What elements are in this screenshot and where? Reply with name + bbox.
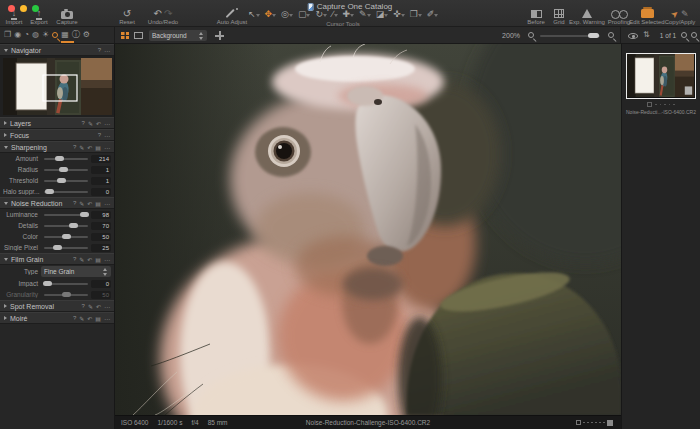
rotate-tool[interactable]: ↻ bbox=[315, 9, 327, 19]
focus-panel-header[interactable]: Focus ? ⋯ bbox=[0, 129, 114, 141]
advanced-search-icon[interactable] bbox=[691, 32, 697, 38]
copy-apply-button[interactable]: ➤ ✎ Copy/Apply bbox=[662, 8, 698, 25]
spot-removal-panel-header[interactable]: Spot Removal ? ✎ ↶ ⋯ bbox=[0, 300, 114, 312]
more-icon[interactable]: ⋯ bbox=[104, 120, 110, 127]
grid-button[interactable]: Grid bbox=[549, 8, 569, 25]
thumbnail-rating-row[interactable] bbox=[622, 102, 700, 107]
impact-slider-thumb[interactable] bbox=[43, 281, 52, 286]
details-slider-thumb[interactable] bbox=[69, 223, 78, 228]
help-icon[interactable]: ? bbox=[98, 132, 101, 138]
more-icon[interactable]: ⋯ bbox=[104, 47, 110, 54]
zoom-slider[interactable] bbox=[540, 35, 600, 37]
background-select[interactable]: Background bbox=[149, 30, 207, 41]
radius-slider-thumb[interactable] bbox=[59, 167, 68, 172]
color-slider[interactable] bbox=[44, 236, 88, 238]
disclosure-down-icon[interactable] bbox=[4, 49, 8, 52]
undo-icon[interactable]: ↶ bbox=[154, 9, 162, 19]
crop-tool[interactable]: ▢ bbox=[298, 9, 311, 19]
halo-suppression-slider[interactable] bbox=[44, 191, 88, 193]
single-pixel-slider[interactable] bbox=[44, 247, 88, 249]
more-icon[interactable]: ⋯ bbox=[104, 132, 110, 139]
more-icon[interactable]: ⋯ bbox=[104, 303, 110, 310]
reset-icon[interactable]: ↶ bbox=[87, 256, 92, 263]
halo-suppression-value[interactable]: 0 bbox=[91, 188, 111, 196]
threshold-value[interactable]: 1 bbox=[91, 177, 111, 185]
presets-icon[interactable]: ▤ bbox=[95, 315, 101, 322]
export-button[interactable]: ↑ Export bbox=[27, 8, 51, 25]
amount-slider-thumb[interactable] bbox=[55, 156, 64, 161]
before-button[interactable]: Before bbox=[523, 8, 549, 25]
capture-tab[interactable]: ◉ bbox=[14, 31, 21, 39]
edit-icon[interactable]: ✎ bbox=[79, 256, 84, 263]
color-tab[interactable]: ◍ bbox=[32, 31, 39, 39]
noise-reduction-panel-header[interactable]: Noise Reduction ? ✎ ↶ ▤ ⋯ bbox=[0, 197, 114, 209]
help-icon[interactable]: ? bbox=[73, 144, 76, 150]
single-view-icon[interactable] bbox=[134, 32, 143, 39]
margin-small-icon[interactable] bbox=[576, 420, 581, 425]
single-pixel-value[interactable]: 25 bbox=[91, 244, 111, 252]
impact-value[interactable]: 0 bbox=[91, 280, 111, 288]
layers-panel-header[interactable]: Layers ? ✎ ↶ ⋯ bbox=[0, 117, 114, 129]
exposure-tab[interactable]: ☀ bbox=[42, 31, 49, 39]
color-slider-thumb[interactable] bbox=[62, 234, 71, 239]
image-viewer[interactable] bbox=[115, 44, 621, 415]
edit-icon[interactable]: ✎ bbox=[79, 315, 84, 322]
redo-icon[interactable]: ↷ bbox=[164, 9, 172, 19]
more-icon[interactable]: ⋯ bbox=[104, 315, 110, 322]
clone-tool[interactable]: ❐ bbox=[410, 9, 422, 19]
metadata-tab[interactable]: ⓘ bbox=[72, 31, 80, 39]
halo-suppression-slider-thumb[interactable] bbox=[45, 189, 54, 194]
zoom-out-icon[interactable] bbox=[528, 32, 534, 38]
disclosure-right-icon[interactable] bbox=[4, 316, 7, 320]
reset-icon[interactable]: ↶ bbox=[96, 120, 101, 127]
sort-icon[interactable]: ⇅ bbox=[643, 30, 650, 39]
amount-slider[interactable] bbox=[44, 158, 88, 160]
radius-value[interactable]: 1 bbox=[91, 166, 111, 174]
capture-button[interactable]: Capture bbox=[52, 8, 82, 25]
import-button[interactable]: ↓ Import bbox=[2, 8, 26, 25]
help-icon[interactable]: ? bbox=[82, 120, 85, 126]
presets-icon[interactable]: ▤ bbox=[95, 256, 101, 263]
impact-slider[interactable] bbox=[44, 283, 88, 285]
select-tool[interactable]: ↖ bbox=[248, 9, 260, 19]
threshold-slider-thumb[interactable] bbox=[57, 178, 66, 183]
exposure-warning-button[interactable]: Exp. Warning bbox=[567, 8, 607, 25]
viewer-margin-control[interactable] bbox=[576, 420, 614, 426]
loupe-tool[interactable]: ◎ bbox=[281, 9, 293, 19]
adjustments-tab[interactable]: ▦ bbox=[61, 31, 69, 39]
reset-icon[interactable]: ↶ bbox=[87, 144, 92, 151]
zoom-slider-thumb[interactable] bbox=[588, 33, 599, 38]
margin-large-icon[interactable] bbox=[607, 420, 613, 426]
presets-icon[interactable]: ▤ bbox=[95, 200, 101, 207]
luminance-slider-thumb[interactable] bbox=[80, 212, 89, 217]
reset-icon[interactable]: ↶ bbox=[87, 200, 92, 207]
more-icon[interactable]: ⋯ bbox=[104, 200, 110, 207]
rating-checkbox[interactable] bbox=[647, 102, 652, 107]
zoom-in-icon[interactable] bbox=[608, 32, 614, 38]
help-icon[interactable]: ? bbox=[82, 303, 85, 309]
more-icon[interactable]: ⋯ bbox=[104, 144, 110, 151]
details-slider[interactable] bbox=[44, 225, 88, 227]
sharpening-panel-header[interactable]: Sharpening ? ✎ ↶ ▤ ⋯ bbox=[0, 141, 114, 153]
grain-type-select[interactable]: Fine Grain bbox=[41, 266, 111, 277]
luminance-value[interactable]: 98 bbox=[91, 211, 111, 219]
help-icon[interactable]: ? bbox=[73, 200, 76, 206]
browser-thumbnail-selected[interactable] bbox=[626, 53, 696, 99]
edit-icon[interactable]: ✎ bbox=[79, 144, 84, 151]
reset-icon[interactable]: ↶ bbox=[87, 315, 92, 322]
filter-eye-icon[interactable] bbox=[628, 33, 638, 39]
disclosure-down-icon[interactable] bbox=[4, 202, 8, 205]
navigator-preview[interactable] bbox=[0, 56, 114, 117]
undo-redo-group[interactable]: ↶ ↷ Undo/Redo bbox=[142, 8, 184, 25]
disclosure-right-icon[interactable] bbox=[4, 121, 7, 125]
edit-icon[interactable]: ✎ bbox=[88, 303, 93, 310]
heal-tool[interactable]: ✜ bbox=[393, 9, 405, 19]
lens-tab[interactable]: ◔ bbox=[24, 31, 29, 39]
spot-removal-tool[interactable]: ✚ bbox=[343, 9, 355, 19]
pan-tool[interactable]: ✥ bbox=[265, 9, 277, 19]
details-value[interactable]: 70 bbox=[91, 222, 111, 230]
draw-mask-tool[interactable]: ✎ bbox=[359, 9, 371, 19]
presets-icon[interactable]: ▤ bbox=[95, 144, 101, 151]
color-value[interactable]: 50 bbox=[91, 233, 111, 241]
luminance-slider[interactable] bbox=[44, 214, 88, 216]
